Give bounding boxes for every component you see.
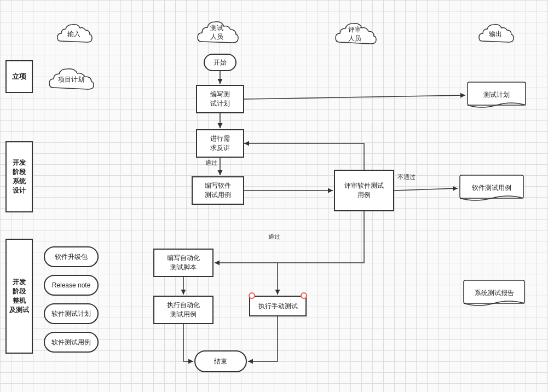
label-pass1: 通过 [205,159,217,167]
row-label-liuxiang: 立项 [5,60,33,93]
svg-line-10 [244,95,465,99]
label-fail: 不通过 [397,173,416,181]
test-plan-doc: 测试计划 [466,81,527,109]
cloud-reviewer: 评审 人员 [333,19,377,49]
row-label-kaifa-ceji: 开发 阶段 整机 及测试 [5,239,33,354]
svg-line-7 [394,188,458,191]
demand-review-node: 进行需 求反讲 [196,129,244,158]
software-pkg: 软件升级包 [44,246,99,267]
release-note: Release note [44,275,99,296]
cloud-input: 输入 [55,19,93,49]
write-test-plan: 编写测 试计划 [196,85,244,113]
end-node: 结束 [194,350,247,372]
write-auto-node: 编写自动化 测试脚本 [153,249,214,277]
soft-test-plan: 软件测试计划 [44,303,99,324]
test-case-doc: 软件测试用例 [459,174,524,203]
cloud-xiangmu-jihua: 项目计划 [47,65,96,95]
cloud-output: 输出 [476,19,515,49]
exec-manual-node: 执行手动测试 [249,296,307,316]
row-label-kaifa-sheji: 开发 阶段 系统 设计 [5,141,33,212]
flowchart-canvas: 输入 测试 人员 评审 人员 输出 立项 开发 阶段 系统 设计 开发 阶段 整… [0,0,548,392]
soft-test-case-input: 软件测试用例 [44,332,99,353]
sys-report-doc: 系统测试报告 [463,279,526,308]
review-cases-node: 评审软件测试 用例 [334,170,394,211]
exec-auto-node: 执行自动化 测试用例 [153,296,214,324]
label-pass2: 通过 [268,233,280,241]
cloud-tester: 测试 人员 [195,16,239,49]
write-cases-node: 编写软件 测试用例 [192,176,244,205]
start-node: 开始 [204,54,236,71]
